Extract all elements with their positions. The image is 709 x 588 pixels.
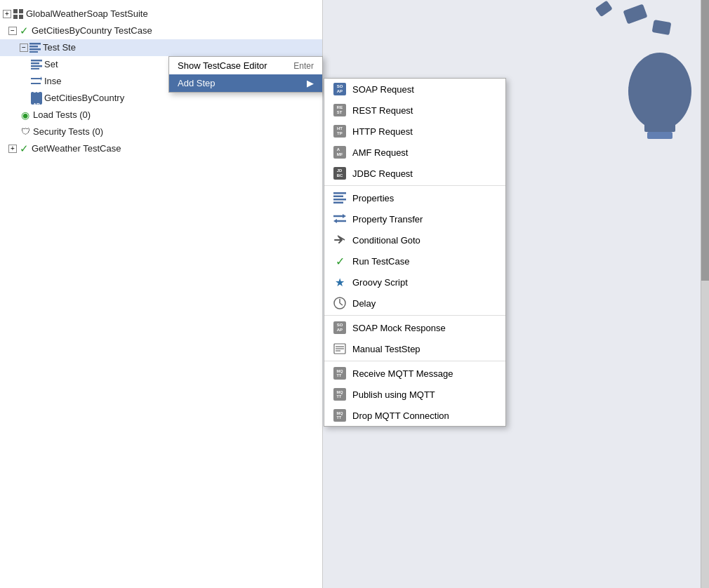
property-transfer-icon xyxy=(333,212,347,226)
svg-rect-37 xyxy=(647,132,672,139)
svg-point-35 xyxy=(628,53,691,130)
svg-rect-4 xyxy=(29,43,41,45)
rest-request-item[interactable]: REST REST Request xyxy=(324,100,505,121)
expand-root[interactable]: + xyxy=(3,10,11,18)
add-step-item[interactable]: Add Step ▶ xyxy=(169,74,322,92)
getcities-label: GetCitiesByCountry xyxy=(44,91,124,105)
securitytests-item[interactable]: 🛡 Security Tests (0) xyxy=(0,123,322,140)
teststeps-label: Test Ste xyxy=(43,41,76,55)
http-request-item[interactable]: HTTP HTTP Request xyxy=(324,121,505,142)
show-editor-item[interactable]: Show TestCase Editor Enter xyxy=(169,57,322,74)
divider2 xyxy=(324,315,505,316)
arrow-icon: ▶ xyxy=(307,78,314,88)
http-request-label: HTTP Request xyxy=(352,126,413,137)
svg-rect-2 xyxy=(13,15,18,19)
add-step-label: Add Step xyxy=(178,78,216,88)
scrollbar-thumb[interactable] xyxy=(701,0,709,281)
teststeps-item[interactable]: − Test Ste xyxy=(0,39,322,56)
run-testcase-label: Run TestCase xyxy=(352,256,409,267)
receive-mqtt-label: Receive MQTT Message xyxy=(352,368,453,379)
testcase2-label: GetWeather TestCase xyxy=(32,142,121,156)
insert-label: Inse xyxy=(44,74,62,88)
properties-label: Properties xyxy=(352,193,394,203)
svg-line-27 xyxy=(340,303,343,305)
testcase2-item[interactable]: + ✓ GetWeather TestCase xyxy=(0,140,322,157)
security-icon: 🛡 xyxy=(20,126,31,138)
properties-item[interactable]: Properties xyxy=(324,187,505,208)
amf-request-item[interactable]: AMF AMF Request xyxy=(324,142,505,163)
svg-rect-10 xyxy=(31,65,42,67)
svg-marker-21 xyxy=(343,214,346,218)
manual-teststep-label: Manual TestStep xyxy=(352,344,420,354)
jdbc-request-item[interactable]: JDBC JDBC Request xyxy=(324,163,505,184)
soap-mock-icon: SOAP xyxy=(333,321,347,335)
svg-rect-7 xyxy=(29,51,38,53)
svg-rect-36 xyxy=(644,119,675,132)
soap-mock-item[interactable]: SOAP SOAP Mock Response xyxy=(324,317,505,338)
expand-tc2[interactable]: + xyxy=(8,145,17,153)
jdbc-request-label: JDBC Request xyxy=(352,168,413,179)
publish-mqtt-icon: MQTT xyxy=(333,387,347,401)
securitytests-label: Security Tests (0) xyxy=(33,125,103,139)
http-request-icon: HTTP xyxy=(333,124,347,138)
drop-mqtt-item[interactable]: MQTT Drop MQTT Connection xyxy=(324,405,505,426)
groovy-script-item[interactable]: ★ Groovy Script xyxy=(324,272,505,293)
delay-icon xyxy=(333,296,347,310)
submenu: SOAP SOAP Request REST REST Request HTTP xyxy=(324,78,506,427)
svg-rect-34 xyxy=(595,1,613,18)
conditional-goto-item[interactable]: Conditional Goto xyxy=(324,229,505,250)
svg-rect-11 xyxy=(31,68,39,69)
amf-request-label: AMF Request xyxy=(352,147,408,158)
delay-item[interactable]: Delay xyxy=(324,293,505,314)
property-transfer-label: Property Transfer xyxy=(352,214,423,225)
divider1 xyxy=(324,185,505,186)
teststeps-icon xyxy=(29,42,41,53)
root-label: GlobalWeatherSoap TestSuite xyxy=(26,7,148,21)
getcities-icon: SOAP xyxy=(31,93,42,104)
groovy-script-label: Groovy Script xyxy=(352,277,408,288)
publish-mqtt-label: Publish using MQTT xyxy=(352,389,435,400)
expand-tc1[interactable]: − xyxy=(8,27,17,35)
tree-root[interactable]: + GlobalWeatherSoap TestSuite xyxy=(0,6,322,22)
publish-mqtt-item[interactable]: MQTT Publish using MQTT xyxy=(324,384,505,405)
divider3 xyxy=(324,361,505,361)
run-testcase-item[interactable]: ✓ Run TestCase xyxy=(324,250,505,272)
soap-request-icon: SOAP xyxy=(333,82,347,96)
scrollbar[interactable] xyxy=(701,0,709,588)
check-icon-tc2: ✓ xyxy=(18,143,29,154)
testcase1-item[interactable]: − ✓ GetCitiesByCountry TestCase xyxy=(0,22,322,39)
manual-icon xyxy=(333,342,347,356)
drop-mqtt-label: Drop MQTT Connection xyxy=(352,410,449,421)
check-icon-tc1: ✓ xyxy=(18,25,29,36)
delay-label: Delay xyxy=(352,298,376,309)
context-menu: Show TestCase Editor Enter Add Step ▶ SO… xyxy=(168,56,323,93)
show-editor-label: Show TestCase Editor xyxy=(178,60,267,71)
soap-request-item[interactable]: SOAP SOAP Request xyxy=(324,79,505,100)
left-panel: + GlobalWeatherSoap TestSuite − ✓ GetCit… xyxy=(0,0,323,588)
loadtests-label: Load Tests (0) xyxy=(33,108,91,122)
groovy-icon: ★ xyxy=(333,275,347,289)
testcase1-label: GetCitiesByCountry TestCase xyxy=(32,24,152,38)
drop-mqtt-icon: MQTT xyxy=(333,408,347,422)
soap-request-label: SOAP Request xyxy=(352,84,414,95)
properties-icon xyxy=(333,191,347,205)
loadtests-icon: ◉ xyxy=(20,109,31,121)
soap-mock-label: SOAP Mock Response xyxy=(352,323,446,333)
run-testcase-icon: ✓ xyxy=(333,254,347,268)
svg-rect-32 xyxy=(623,4,647,24)
setup-label: Set xyxy=(44,58,58,72)
svg-rect-17 xyxy=(333,196,343,198)
loadtests-item[interactable]: ◉ Load Tests (0) xyxy=(0,107,322,123)
receive-mqtt-item[interactable]: MQTT Receive MQTT Message xyxy=(324,363,505,384)
conditional-goto-label: Conditional Goto xyxy=(352,235,420,246)
svg-rect-19 xyxy=(333,202,343,204)
setup-icon xyxy=(31,59,42,70)
receive-mqtt-icon: MQTT xyxy=(333,366,347,380)
svg-marker-23 xyxy=(333,219,337,223)
expand-ts[interactable]: − xyxy=(20,44,28,52)
svg-rect-0 xyxy=(13,9,18,13)
svg-rect-3 xyxy=(19,15,23,19)
property-transfer-item[interactable]: Property Transfer xyxy=(324,208,505,229)
show-editor-shortcut: Enter xyxy=(293,61,314,71)
manual-teststep-item[interactable]: Manual TestStep xyxy=(324,338,505,359)
